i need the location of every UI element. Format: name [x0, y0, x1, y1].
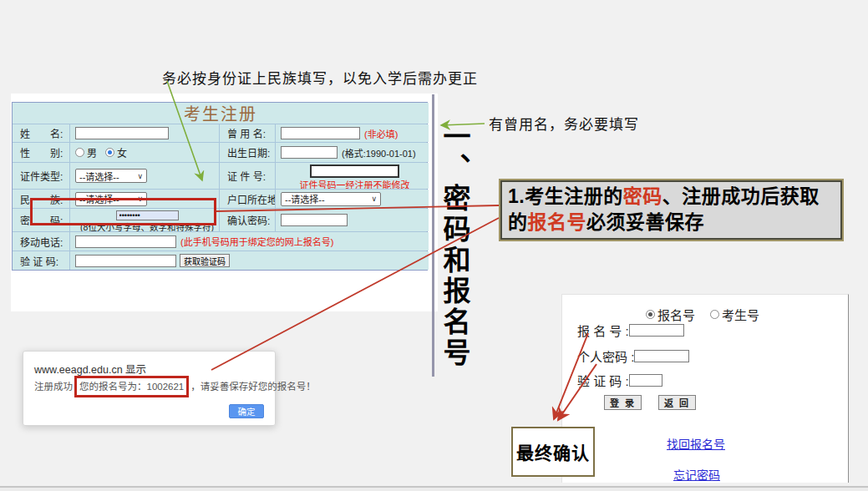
gender-male-option[interactable]: 男 — [87, 145, 97, 159]
mobile-label: 移动电话: — [13, 232, 69, 251]
regno-radio[interactable] — [646, 310, 655, 319]
chevron-down-icon: ∨ — [137, 172, 143, 180]
dialog-message-regno: 您的报名号为：1002621，请妥善保存好您的报名号！ — [73, 379, 316, 392]
password-highlight-box — [30, 198, 216, 225]
ethnicity-annotation: 务必按身份证上民族填写，以免入学后需办更正 — [162, 67, 478, 88]
text-segment: 1.考生注册的 — [508, 185, 623, 207]
back-button[interactable]: 返 回 — [658, 395, 696, 410]
captcha-input[interactable] — [75, 255, 176, 267]
residence-label: 户口所在地: — [220, 190, 275, 208]
slide-bottom-strip — [0, 488, 868, 491]
birth-date-format-note: (格式:1990-01-01) — [342, 146, 416, 159]
login-password-label: 个人密码 : — [577, 347, 634, 365]
find-regno-link[interactable]: 找回报名号 — [667, 435, 725, 452]
form-title: 考生注册 — [184, 103, 257, 124]
dialog-site-title: www.eeagd.edu.cn 显示 — [34, 361, 146, 377]
residence-select[interactable]: --请选择--∨ — [281, 192, 381, 206]
mobile-input[interactable] — [75, 235, 176, 248]
text-segment: ，请妥善保存好您的报名号！ — [190, 382, 316, 392]
login-panel-screenshot: 报名号 考生号 报 名 号 : 个人密码 : 验 证 码 : 登 录 返 回 找… — [561, 294, 849, 483]
text-segment: 密码 — [623, 185, 662, 207]
registration-form-table: 考生注册 姓 名: 曾 用 名: (非必填) 性 别: 男 女 出生日期: (格… — [12, 102, 428, 271]
former-name-note: (非必填) — [364, 127, 398, 140]
text-segment: 您的报名号为：1002621 — [74, 376, 189, 397]
birth-date-input[interactable] — [281, 146, 338, 159]
mobile-note: (此手机号码用于绑定您的网上报名号) — [180, 235, 333, 248]
vertical-divider — [432, 94, 434, 377]
examno-radio-label[interactable]: 考生号 — [722, 306, 759, 323]
gender-female-radio[interactable] — [105, 148, 114, 157]
dialog-ok-button[interactable]: 确定 — [229, 404, 264, 418]
text-segment: 必须妥善保存 — [586, 211, 704, 233]
dialog-message-prefix: 注册成功 — [34, 379, 73, 392]
final-confirm-box: 最终确认 — [511, 427, 595, 477]
password-regno-warning-box: 1.考生注册的密码、注册成功后获取的报名号必须妥善保存 — [500, 180, 842, 240]
registration-success-dialog: www.eeagd.edu.cn 显示 注册成功 您的报名号为：1002621，… — [23, 351, 276, 426]
confirm-password-label: 确认密码: — [220, 209, 275, 231]
login-regno-label: 报 名 号 : — [577, 321, 629, 339]
regno-radio-label[interactable]: 报名号 — [657, 306, 695, 323]
text-segment: 报名号 — [528, 211, 587, 233]
login-password-input[interactable] — [634, 350, 689, 362]
examno-radio[interactable] — [710, 310, 719, 319]
login-captcha-input[interactable] — [629, 374, 662, 387]
id-type-select[interactable]: --请选择--∨ — [75, 169, 147, 183]
forgot-password-link[interactable]: 忘记密码 — [673, 466, 720, 483]
login-button[interactable]: 登 录 — [604, 395, 642, 410]
confirm-password-input[interactable] — [281, 214, 348, 226]
get-captcha-button[interactable]: 获取验证码 — [180, 254, 230, 267]
login-regno-input[interactable] — [629, 324, 684, 337]
id-type-label: 证件类型: — [13, 163, 69, 189]
login-captcha-label: 验 证 码 : — [577, 372, 629, 389]
name-input[interactable] — [75, 127, 169, 139]
former-name-annotation: 有曾用名，务必要填写 — [489, 113, 639, 134]
dialog-message: 注册成功 您的报名号为：1002621，请妥善保存好您的报名号！ — [34, 379, 316, 392]
former-name-input[interactable] — [281, 127, 360, 139]
id-number-note: 证件号码一经注册不能修改 — [300, 178, 410, 189]
captcha-label: 验 证 码: — [13, 251, 69, 270]
chevron-down-icon: ∨ — [371, 195, 377, 203]
section-title-vertical: 一、密码和报名号 — [435, 122, 474, 397]
former-name-label: 曾 用 名: — [220, 124, 275, 142]
gender-female-option[interactable]: 女 — [117, 145, 127, 159]
name-label: 姓 名: — [13, 124, 69, 142]
birth-date-label: 出生日期: — [220, 143, 275, 162]
gender-male-radio[interactable] — [75, 148, 84, 157]
gender-label: 性 别: — [13, 143, 69, 162]
id-number-label: 证 件 号: — [220, 163, 275, 189]
id-number-input[interactable] — [310, 165, 399, 178]
